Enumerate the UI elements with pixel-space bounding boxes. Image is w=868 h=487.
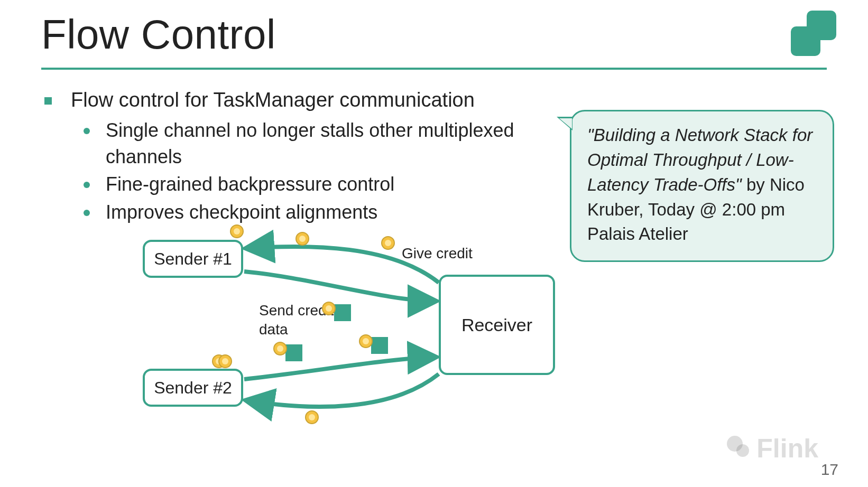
coin-icon [304, 410, 319, 425]
edge-data-from-sender1 [244, 271, 436, 301]
node-label: Sender #1 [154, 249, 232, 269]
node-sender-2: Sender #2 [143, 369, 243, 407]
sub-bullet: Fine-grained backpressure control [71, 171, 518, 198]
svg-point-3 [299, 236, 306, 242]
edge-data-from-sender2 [244, 357, 436, 379]
bullet-main-text: Flow control for TaskManager communicati… [71, 89, 475, 111]
wechat-icon [727, 436, 752, 461]
watermark-text: Flink [756, 433, 818, 464]
svg-point-15 [222, 358, 228, 364]
page-number: 17 [821, 461, 838, 479]
coin-icon [211, 354, 233, 369]
sub-bullet: Improves checkpoint alignments [71, 199, 518, 226]
svg-point-7 [326, 305, 332, 312]
callout-tail-icon [557, 117, 572, 130]
slide: Flow Control Flow control for TaskManage… [0, 0, 868, 487]
coin-icon [381, 236, 395, 250]
svg-point-17 [309, 414, 315, 420]
sub-bullet: Single channel no longer stalls other mu… [71, 117, 518, 171]
logo-icon [783, 11, 836, 63]
bullet-list: Flow control for TaskManager communicati… [42, 88, 518, 229]
node-label: Receiver [461, 315, 532, 335]
sub-bullet-list: Single channel no longer stalls other mu… [71, 117, 518, 226]
label-give-credit: Give credit [402, 245, 473, 262]
node-sender-1: Sender #1 [143, 240, 243, 278]
svg-point-11 [363, 338, 369, 344]
packet-icon [371, 337, 388, 354]
bullet-main: Flow control for TaskManager communicati… [42, 88, 518, 226]
flow-diagram: Sender #1 Sender #2 Receiver Give credit… [143, 232, 618, 454]
svg-point-5 [385, 240, 391, 246]
packet-icon [334, 304, 351, 321]
page-title: Flow Control [41, 11, 276, 59]
title-rule [41, 68, 827, 70]
svg-point-9 [277, 345, 283, 352]
node-receiver: Receiver [439, 275, 555, 375]
coin-icon [295, 231, 310, 246]
watermark: Flink [727, 433, 818, 464]
node-label: Sender #2 [154, 378, 232, 398]
coin-icon [321, 301, 336, 316]
coin-icon [273, 341, 288, 356]
svg-point-1 [234, 228, 240, 235]
packet-icon [285, 344, 302, 361]
coin-icon [358, 334, 373, 349]
coin-icon [229, 224, 244, 239]
edge-credit-to-sender2 [246, 374, 439, 407]
